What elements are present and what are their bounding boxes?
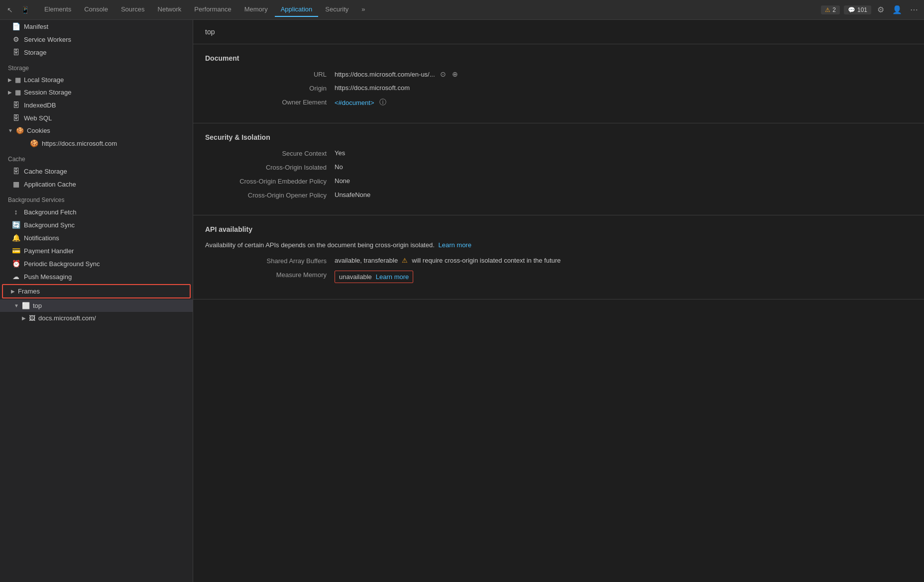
url-copy-icon[interactable]: ⊙ (439, 70, 447, 78)
frames-sub-item[interactable]: ▶ 🖼 docs.microsoft.com/ (0, 312, 193, 324)
cookies-child-icon: 🍪 (30, 139, 38, 147)
tab-memory[interactable]: Memory (238, 2, 274, 17)
sidebar-item-service-workers[interactable]: ⚙ Service Workers (0, 33, 193, 46)
sidebar-item-indexeddb[interactable]: 🗄 IndexedDB (0, 98, 193, 111)
local-storage-chevron: ▶ (8, 77, 12, 83)
frames-top-chevron: ▼ (14, 303, 19, 308)
sidebar-item-background-sync[interactable]: 🔄 Background Sync (0, 218, 193, 231)
tab-console[interactable]: Console (78, 2, 114, 17)
warning-icon: ⚠ (825, 6, 830, 13)
owner-info-icon[interactable]: ⓘ (378, 98, 387, 107)
periodic-bg-sync-icon: ⏰ (12, 260, 20, 268)
warnings-count: 2 (832, 6, 836, 13)
more-button[interactable]: ⋯ (908, 3, 920, 16)
sidebar-item-application-cache[interactable]: ▦ Application Cache (0, 178, 193, 191)
sidebar-label-background-fetch: Background Fetch (24, 208, 77, 216)
session-storage-chevron: ▶ (8, 90, 12, 95)
cursor-icon[interactable]: ↖ (4, 4, 16, 16)
payment-handler-icon: 💳 (12, 247, 20, 255)
service-workers-icon: ⚙ (12, 35, 20, 43)
toolbar-right: ⚠ 2 💬 101 ⚙ 👤 ⋯ (821, 3, 920, 16)
url-value: https://docs.microsoft.com/en-us/... ⊙ ⊕ (335, 70, 459, 78)
sidebar-item-manifest[interactable]: 📄 Manifest (0, 20, 193, 33)
cross-origin-embedder-label: Cross-Origin Embedder Policy (205, 177, 335, 185)
measure-memory-status: unavailable (339, 273, 372, 281)
sidebar-item-background-fetch[interactable]: ↕ Background Fetch (0, 205, 193, 218)
sidebar-item-session-storage[interactable]: ▶ ▦ Session Storage (0, 86, 193, 98)
shared-buffers-row: Shared Array Buffers available, transfer… (205, 257, 912, 265)
frames-sub-label: docs.microsoft.com/ (38, 314, 96, 322)
frames-chevron: ▶ (11, 289, 15, 294)
tab-performance[interactable]: Performance (188, 2, 237, 17)
local-storage-icon: ▦ (15, 76, 21, 84)
page-title: top (205, 28, 215, 36)
sidebar-item-web-sql[interactable]: 🗄 Web SQL (0, 111, 193, 124)
sidebar-item-periodic-bg-sync[interactable]: ⏰ Periodic Background Sync (0, 257, 193, 270)
cache-storage-icon: 🗄 (12, 167, 20, 175)
measure-memory-value: unavailable Learn more (335, 271, 413, 283)
messages-badge[interactable]: 💬 101 (844, 5, 871, 14)
sidebar-label-cookies: Cookies (27, 127, 50, 134)
storage-section-header: Storage (0, 59, 193, 74)
storage-icon: 🗄 (12, 48, 20, 56)
origin-value: https://docs.microsoft.com (335, 84, 410, 92)
frames-top-item[interactable]: ▼ ⬜ top (0, 299, 193, 312)
device-icon[interactable]: 📱 (18, 4, 32, 16)
api-description: Availability of certain APIs depends on … (205, 241, 912, 249)
tab-network[interactable]: Network (152, 2, 188, 17)
background-fetch-icon: ↕ (12, 208, 20, 216)
cross-origin-opener-row: Cross-Origin Opener Policy UnsafeNone (205, 191, 912, 199)
sidebar-item-cookies[interactable]: ▼ 🍪 Cookies (0, 124, 193, 137)
api-learn-more-link[interactable]: Learn more (438, 241, 471, 249)
measure-memory-label: Measure Memory (205, 271, 335, 279)
sidebar-label-manifest: Manifest (24, 23, 48, 30)
tab-elements[interactable]: Elements (38, 2, 77, 17)
main-layout: 📄 Manifest ⚙ Service Workers 🗄 Storage S… (0, 20, 924, 582)
cache-section-header: Cache (0, 150, 193, 165)
frames-header[interactable]: ▶ Frames (2, 284, 191, 298)
tab-sources[interactable]: Sources (115, 2, 151, 17)
application-cache-icon: ▦ (12, 180, 20, 188)
indexeddb-icon: 🗄 (12, 101, 20, 109)
settings-button[interactable]: ⚙ (875, 3, 886, 16)
security-section-title: Security & Isolation (205, 133, 912, 141)
secure-context-row: Secure Context Yes (205, 149, 912, 157)
cookies-icon: 🍪 (16, 127, 24, 134)
frames-top-icon: ⬜ (22, 302, 30, 309)
content-header: top (193, 20, 924, 44)
sidebar-item-payment-handler[interactable]: 💳 Payment Handler (0, 244, 193, 257)
sidebar-item-cookies-child[interactable]: 🍪 https://docs.microsoft.com (0, 137, 193, 150)
shared-buffers-label: Shared Array Buffers (205, 257, 335, 265)
sidebar-item-storage[interactable]: 🗄 Storage (0, 46, 193, 59)
web-sql-icon: 🗄 (12, 114, 20, 122)
api-section-title: API availablity (205, 225, 912, 233)
sidebar-label-session-storage: Session Storage (24, 89, 71, 96)
tab-application[interactable]: Application (275, 2, 319, 17)
measure-memory-link[interactable]: Learn more (376, 273, 409, 281)
cross-origin-isolated-value: No (335, 163, 343, 171)
tab-more[interactable]: » (355, 2, 371, 17)
cross-origin-opener-value: UnsafeNone (335, 191, 370, 198)
sidebar-label-cache-storage: Cache Storage (24, 168, 67, 175)
secure-context-value: Yes (335, 149, 345, 157)
owner-link[interactable]: <#document> (335, 99, 374, 106)
frames-sub-chevron: ▶ (22, 315, 26, 321)
shared-buffers-value: available, transferable ⚠ will require c… (335, 257, 561, 264)
profile-button[interactable]: 👤 (890, 3, 904, 16)
session-storage-icon: ▦ (15, 89, 21, 96)
sidebar-item-local-storage[interactable]: ▶ ▦ Local Storage (0, 74, 193, 86)
toolbar: ↖ 📱 Elements Console Sources Network Per… (0, 0, 924, 20)
push-messaging-icon: ☁ (12, 273, 20, 281)
sidebar-label-storage: Storage (24, 49, 47, 56)
owner-row: Owner Element <#document> ⓘ (205, 98, 912, 107)
frames-top-label: top (33, 302, 42, 309)
tab-security[interactable]: Security (319, 2, 354, 17)
toolbar-icons: ↖ 📱 (4, 4, 32, 16)
warnings-badge[interactable]: ⚠ 2 (821, 5, 840, 14)
sidebar-item-notifications[interactable]: 🔔 Notifications (0, 231, 193, 244)
url-open-icon[interactable]: ⊕ (451, 70, 459, 78)
shared-buffers-warning-icon: ⚠ (402, 257, 408, 264)
sidebar-item-cache-storage[interactable]: 🗄 Cache Storage (0, 165, 193, 178)
sidebar-item-push-messaging[interactable]: ☁ Push Messaging (0, 270, 193, 283)
sidebar-label-background-sync: Background Sync (24, 221, 75, 229)
